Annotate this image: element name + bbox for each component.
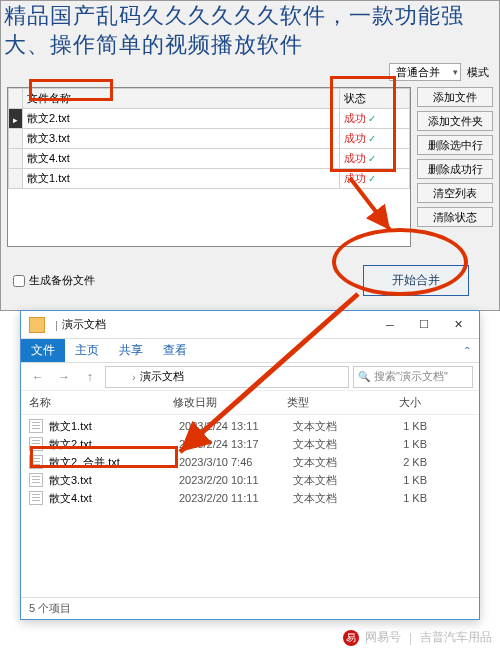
check-icon: ✓ (366, 133, 376, 144)
backup-checkbox-label: 生成备份文件 (29, 273, 95, 288)
table-rowhead-col (9, 89, 23, 109)
ribbon-expand-icon[interactable]: ⌃ (463, 345, 471, 356)
cell-status: 成功✓ (340, 109, 410, 129)
ribbon-tab-file[interactable]: 文件 (21, 339, 65, 362)
nav-back-button[interactable]: ← (27, 366, 49, 388)
file-size: 1 KB (377, 474, 427, 486)
nav-up-button[interactable]: ↑ (79, 366, 101, 388)
window-minimize-button[interactable]: ─ (373, 313, 407, 337)
add-folder-button[interactable]: 添加文件夹 (417, 111, 493, 131)
window-title: 演示文档 (62, 317, 106, 332)
file-row[interactable]: 散文4.txt 2023/2/20 11:11 文本文档 1 KB (21, 489, 479, 507)
file-name: 散文2_合并.txt (49, 455, 175, 470)
search-input[interactable]: 🔍 搜索"演示文档" (353, 366, 473, 388)
file-name: 散文1.txt (49, 419, 175, 434)
mode-label: 模式 (467, 65, 489, 80)
explorer-file-list: 散文1.txt 2023/2/24 13:11 文本文档 1 KB 散文2.tx… (21, 415, 479, 509)
folder-icon (110, 370, 124, 384)
explorer-titlebar: | 演示文档 ─ ☐ ✕ (21, 311, 479, 339)
remove-success-button[interactable]: 删除成功行 (417, 159, 493, 179)
file-row[interactable]: 散文3.txt 2023/2/20 10:11 文本文档 1 KB (21, 471, 479, 489)
file-row[interactable]: 散文2_合并.txt 2023/3/10 7:46 文本文档 2 KB (21, 453, 479, 471)
col-type[interactable]: 类型 (287, 395, 367, 410)
search-placeholder: 搜索"演示文档" (374, 369, 448, 384)
backup-checkbox[interactable]: 生成备份文件 (13, 273, 95, 288)
file-icon (29, 455, 43, 469)
cell-filename: 散文4.txt (23, 149, 340, 169)
file-size: 2 KB (377, 456, 427, 468)
file-date: 2023/2/20 10:11 (179, 474, 289, 486)
file-type: 文本文档 (293, 455, 373, 470)
start-merge-button[interactable]: 开始合并 (363, 265, 469, 296)
explorer-column-headers: 名称 修改日期 类型 大小 (21, 391, 479, 415)
file-size: 1 KB (377, 420, 427, 432)
file-type: 文本文档 (293, 437, 373, 452)
cell-status: 成功✓ (340, 149, 410, 169)
file-row[interactable]: 散文2.txt 2023/2/24 13:17 文本文档 1 KB (21, 435, 479, 453)
check-icon: ✓ (366, 153, 376, 164)
backup-checkbox-input[interactable] (13, 275, 25, 287)
ribbon-tab-view[interactable]: 查看 (153, 339, 197, 362)
status-item-count: 5 个项目 (29, 601, 71, 616)
cell-status: 成功✓ (340, 129, 410, 149)
folder-icon (29, 317, 45, 333)
col-modified[interactable]: 修改日期 (173, 395, 283, 410)
cell-filename: 散文1.txt (23, 169, 340, 189)
file-name: 散文2.txt (49, 437, 175, 452)
file-date: 2023/2/24 13:17 (179, 438, 289, 450)
file-size: 1 KB (377, 438, 427, 450)
table-row[interactable]: 散文4.txt 成功✓ (9, 149, 410, 169)
remove-selected-button[interactable]: 删除选中行 (417, 135, 493, 155)
file-name: 散文3.txt (49, 473, 175, 488)
file-row[interactable]: 散文1.txt 2023/2/24 13:11 文本文档 1 KB (21, 417, 479, 435)
file-type: 文本文档 (293, 491, 373, 506)
mode-combo[interactable]: 普通合并 ▾ (389, 63, 461, 81)
file-type: 文本文档 (293, 473, 373, 488)
col-status[interactable]: 状态 (340, 89, 410, 109)
window-maximize-button[interactable]: ☐ (407, 313, 441, 337)
file-size: 1 KB (377, 492, 427, 504)
explorer-addressbar: ← → ↑ › 演示文档 🔍 搜索"演示文档" (21, 363, 479, 391)
file-date: 2023/2/20 11:11 (179, 492, 289, 504)
breadcrumb-folder: 演示文档 (140, 369, 184, 384)
file-icon (29, 437, 43, 451)
breadcrumb[interactable]: › 演示文档 (105, 366, 349, 388)
cell-filename: 散文2.txt (23, 109, 340, 129)
file-icon (29, 419, 43, 433)
table-row[interactable]: 散文2.txt 成功✓ (9, 109, 410, 129)
explorer-statusbar: 5 个项目 (21, 597, 479, 619)
mode-combo-value: 普通合并 (396, 65, 440, 80)
file-date: 2023/2/24 13:11 (179, 420, 289, 432)
clear-status-button[interactable]: 清除状态 (417, 207, 493, 227)
file-table: 文件名称 状态 散文2.txt 成功✓ 散文3.txt 成功✓ (7, 87, 411, 247)
ribbon-tab-home[interactable]: 主页 (65, 339, 109, 362)
table-row[interactable]: 散文3.txt 成功✓ (9, 129, 410, 149)
file-date: 2023/3/10 7:46 (179, 456, 289, 468)
check-icon: ✓ (366, 173, 376, 184)
nav-forward-button[interactable]: → (53, 366, 75, 388)
file-name: 散文4.txt (49, 491, 175, 506)
ribbon-tab-share[interactable]: 共享 (109, 339, 153, 362)
search-icon: 🔍 (358, 371, 370, 382)
cell-status: 成功✓ (340, 169, 410, 189)
watermark-brand: 网易号 (365, 629, 401, 646)
netease-logo-icon (343, 630, 359, 646)
col-filename[interactable]: 文件名称 (23, 89, 340, 109)
col-name[interactable]: 名称 (29, 395, 169, 410)
table-row[interactable]: 散文1.txt 成功✓ (9, 169, 410, 189)
file-icon (29, 473, 43, 487)
file-type: 文本文档 (293, 419, 373, 434)
cell-filename: 散文3.txt (23, 129, 340, 149)
window-close-button[interactable]: ✕ (441, 313, 475, 337)
file-icon (29, 491, 43, 505)
watermark-credit: 网易号 | 吉普汽车用品 (343, 629, 492, 646)
explorer-ribbon: 文件 主页 共享 查看 ⌃ (21, 339, 479, 363)
col-size[interactable]: 大小 (371, 395, 421, 410)
add-file-button[interactable]: 添加文件 (417, 87, 493, 107)
watermark-author: 吉普汽车用品 (420, 629, 492, 646)
article-heading: 精品国产乱码久久久久久久软件，一款功能强大、操作简单的视频播放软件 (0, 0, 500, 61)
chevron-down-icon: ▾ (449, 67, 458, 77)
check-icon: ✓ (366, 113, 376, 124)
clear-list-button[interactable]: 清空列表 (417, 183, 493, 203)
explorer-window: | 演示文档 ─ ☐ ✕ 文件 主页 共享 查看 ⌃ ← → ↑ › 演示文档 … (20, 310, 480, 620)
